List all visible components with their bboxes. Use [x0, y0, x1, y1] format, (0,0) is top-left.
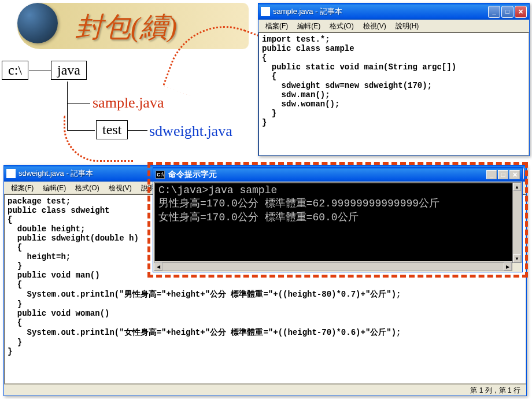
- scroll-up-arrow[interactable]: ▲: [513, 183, 521, 191]
- maximize-button[interactable]: □: [501, 6, 513, 18]
- cmd-output[interactable]: C:\java>java sample 男性身高=170.0公分 標準體重=62…: [154, 182, 522, 262]
- close-button[interactable]: ✕: [509, 170, 520, 179]
- statusbar: 第 1 列，第 1 行: [4, 384, 526, 396]
- scroll-down-arrow[interactable]: ▼: [513, 254, 521, 263]
- menu-file[interactable]: 檔案(F): [261, 20, 293, 32]
- dotted-arrow-2: [64, 116, 133, 162]
- menu-file[interactable]: 檔案(F): [6, 182, 38, 194]
- menu-format[interactable]: 格式(O): [71, 182, 104, 194]
- menu-edit[interactable]: 編輯(E): [38, 182, 71, 194]
- tree-node-root: c:\: [2, 61, 28, 80]
- page-title: 封包(續): [75, 9, 177, 46]
- minimize-button[interactable]: _: [488, 6, 500, 18]
- menu-help[interactable]: 說明(H): [391, 20, 424, 32]
- cmd-highlight-border: C:\ 命令提示字元 _ □ ✕ C:\java>java sample 男性身…: [147, 162, 528, 278]
- tree-node-java: java: [51, 61, 87, 80]
- minimize-button[interactable]: _: [486, 170, 497, 179]
- cmd-titlebar[interactable]: C:\ 命令提示字元 _ □ ✕: [153, 168, 522, 182]
- notepad-icon: [261, 7, 270, 16]
- tree-node-sdweight: sdweight.java: [149, 123, 232, 140]
- menu-edit[interactable]: 編輯(E): [293, 20, 325, 32]
- menu-format[interactable]: 格式(O): [325, 20, 358, 32]
- cmd-window-controls: _ □ ✕: [486, 170, 520, 179]
- menu-view[interactable]: 檢視(V): [104, 182, 136, 194]
- vertical-scrollbar[interactable]: ▲ ▼: [512, 182, 522, 263]
- menu-view[interactable]: 檢視(V): [359, 20, 391, 32]
- titlebar[interactable]: sample.java - 記事本 _ □ ✕: [258, 3, 529, 20]
- horizontal-scrollbar[interactable]: ◀ ▶: [154, 262, 512, 271]
- window-controls: _ □ ✕: [488, 6, 527, 18]
- close-button[interactable]: ✕: [515, 6, 527, 18]
- menubar: 檔案(F) 編輯(E) 格式(O) 檢視(V) 說明(H): [258, 20, 529, 32]
- editor-content[interactable]: import test.*; public class sample { pub…: [258, 32, 529, 156]
- tree-node-sample: sample.java: [93, 94, 164, 112]
- cmd-title: 命令提示字元: [168, 169, 486, 180]
- notepad-sample-window: sample.java - 記事本 _ □ ✕ 檔案(F) 編輯(E) 格式(O…: [258, 3, 530, 156]
- scroll-left-arrow[interactable]: ◀: [154, 263, 162, 271]
- cursor-position: 第 1 列，第 1 行: [470, 386, 520, 394]
- scroll-right-arrow[interactable]: ▶: [504, 263, 512, 271]
- globe-icon: [17, 3, 58, 43]
- cmd-icon: C:\: [156, 171, 165, 179]
- maximize-button[interactable]: □: [498, 170, 508, 179]
- command-prompt-window: C:\ 命令提示字元 _ □ ✕ C:\java>java sample 男性身…: [153, 167, 523, 272]
- window-title: sample.java - 記事本: [273, 6, 488, 17]
- notepad-icon: [6, 169, 16, 178]
